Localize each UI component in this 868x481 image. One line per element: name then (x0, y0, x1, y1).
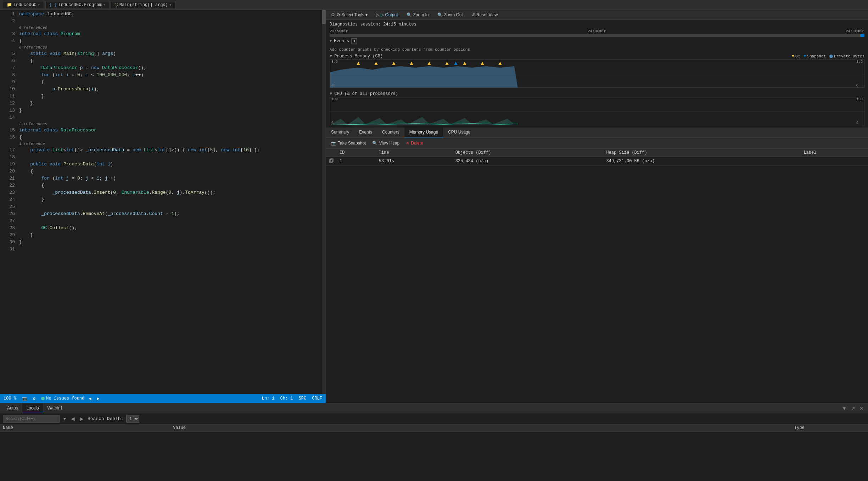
tab-cpu-usage[interactable]: CPU Usage (443, 128, 475, 137)
svg-rect-14 (330, 159, 333, 162)
project-tab[interactable]: 📁 InducedGC ▾ (3, 1, 44, 9)
code-line: internal class Program (18, 30, 321, 38)
method-tab[interactable]: ⬡ Main(string[] args) ▾ (111, 1, 175, 9)
line-number: 16 (0, 134, 15, 141)
code-container[interactable]: 123▾45▾678▾9101112131415▾16171819▾2021▾2… (0, 10, 326, 394)
snapshot-legend-icon: ▼ (803, 54, 806, 59)
events-header: ▼ Events ⏸ (330, 38, 864, 44)
settings-icon[interactable]: ⚙ (33, 396, 35, 401)
tab-counters[interactable]: Counters (377, 128, 404, 137)
private-bytes-legend-item: Private Bytes (829, 54, 864, 59)
popout-button[interactable]: ↗ (850, 406, 857, 411)
process-memory-triangle-icon: ▼ (330, 54, 332, 59)
memory-y-max-left: 8.6 (331, 60, 338, 64)
search-depth-select[interactable]: 123 (126, 415, 139, 423)
code-line: private List<int[]> _processedData = new… (18, 147, 321, 154)
code-line: public void ProcessData(int i) (18, 161, 321, 168)
nav-next-icon[interactable]: ▶ (97, 396, 100, 401)
no-issues-text: No issues found (46, 396, 84, 401)
nav-back-button[interactable]: ◀ (70, 416, 76, 421)
snapshot-row[interactable]: 153.01s325,484 (n/a)349,731.00 KB (n/a) (326, 157, 868, 166)
crlf-indicator: CRLF (312, 396, 322, 401)
snapshot-table[interactable]: IDTimeObjects (Diff)Heap Size (Diff)Labe… (326, 149, 868, 403)
search-options-button[interactable]: ▾ (62, 416, 67, 421)
code-line: { (18, 168, 321, 175)
line-number: 8▾ (0, 72, 15, 79)
bottom-panel: AutosLocalsWatch 1▼↗✕ ▾ ◀ ▶ Search Depth… (0, 403, 868, 481)
heap-icon: 🔍 (372, 141, 377, 146)
line-number: 6 (0, 57, 15, 64)
code-line (18, 18, 321, 25)
line-number: 14 (0, 114, 15, 121)
timeline-container[interactable]: 23:50min 24:00min 24:10min (326, 28, 868, 37)
timeline-thumb[interactable] (860, 34, 864, 37)
file-arrow: ▾ (103, 3, 105, 7)
nav-forward-button[interactable]: ▶ (79, 416, 85, 421)
svg-marker-2 (357, 62, 360, 65)
code-line: static void Main(string[] args) (18, 50, 321, 57)
bottom-tab-locals[interactable]: Locals (22, 403, 43, 413)
line-number: 4 (0, 38, 15, 45)
line-number (0, 25, 15, 30)
cpu-triangle-icon: ▼ (330, 91, 332, 96)
minimize-button[interactable]: ▼ (840, 406, 848, 411)
nav-prev-icon[interactable]: ◀ (89, 396, 91, 401)
cpu-chart[interactable]: 100 0 100 0 (330, 97, 864, 125)
reference-note: 0 references (19, 45, 47, 50)
code-line: _processedData.RemoveAt(_processedData.C… (18, 210, 321, 217)
title-bar: 📁 InducedGC ▾ { } InducedGC.Program ▾ ⬡ … (0, 0, 868, 10)
editor-scrollbar[interactable] (321, 10, 326, 394)
line-number: 24 (0, 196, 15, 203)
locals-header: NameValueType (0, 424, 868, 432)
tab-summary[interactable]: Summary (326, 128, 354, 137)
tab-memory-usage[interactable]: Memory Usage (404, 128, 443, 137)
svg-marker-9 (481, 62, 484, 65)
events-section: ▼ Events ⏸ (326, 37, 868, 47)
chart-legend: ▼ GC ▼ Snapshot Private Bytes (792, 54, 864, 59)
code-line: } (18, 232, 321, 239)
output-button[interactable]: ▷ ▷ Output (374, 12, 400, 18)
diag-tabs: SummaryEventsCountersMemory UsageCPU Usa… (326, 128, 868, 138)
snapshots-grid: IDTimeObjects (Diff)Heap Size (Diff)Labe… (326, 149, 868, 166)
no-issues: No issues found (41, 396, 84, 401)
close-button[interactable]: ✕ (858, 406, 865, 411)
code-line (18, 246, 321, 253)
view-heap-button[interactable]: 🔍 View Heap (371, 140, 401, 146)
code-line: { (18, 134, 321, 141)
bottom-tab-watch1[interactable]: Watch 1 (43, 403, 67, 413)
snapshot-cell-0: 1 (337, 157, 376, 166)
reset-view-button[interactable]: ↺ Reset View (469, 12, 500, 18)
select-tools-button[interactable]: ⚙ ⚙ Select Tools ▾ (329, 12, 370, 18)
project-name: InducedGC (13, 2, 37, 7)
locals-table[interactable] (0, 432, 868, 481)
timeline-bar[interactable] (330, 34, 864, 37)
file-tab[interactable]: { } InducedGC.Program ▾ (45, 1, 109, 9)
take-snapshot-button[interactable]: 📷 Take Snapshot (330, 140, 367, 146)
line-number (0, 45, 15, 50)
line-number: 13 (0, 107, 15, 114)
code-lines[interactable]: namespace InducedGC;0 referencesinternal… (18, 10, 321, 394)
svg-marker-6 (427, 62, 431, 65)
tab-events[interactable]: Events (354, 128, 377, 137)
cpu-title-row: ▼ CPU (% of all processors) (330, 91, 864, 96)
copy-icon[interactable] (326, 157, 337, 166)
code-line: for (int j = 0; j < i; j++) (18, 175, 321, 182)
gc-legend-item: ▼ GC (792, 54, 800, 59)
cpu-y-labels-left: 100 0 (331, 97, 338, 125)
delete-snapshot-button[interactable]: ✕ Delete (404, 140, 425, 146)
process-memory-chart[interactable]: 8.6 0 8.6 0 (330, 60, 864, 88)
svg-marker-3 (374, 62, 378, 65)
snapshot-legend-label: Snapshot (807, 54, 826, 58)
reset-icon: ↺ (471, 12, 475, 17)
code-line: p.ProcessData(i); (18, 86, 321, 93)
pause-button[interactable]: ⏸ (351, 38, 357, 44)
zoom-in-button[interactable]: 🔍 Zoom In (404, 12, 431, 18)
snapshot-header-row: IDTimeObjects (Diff)Heap Size (Diff)Labe… (326, 149, 868, 157)
search-input[interactable] (3, 415, 60, 423)
zoom-out-button[interactable]: 🔍 Zoom Out (435, 12, 465, 18)
cpu-y-max: 100 (856, 97, 863, 101)
bottom-tab-autos[interactable]: Autos (3, 403, 22, 413)
line-number: 26 (0, 210, 15, 217)
camera-icon[interactable]: 📷 (22, 396, 27, 401)
snapshot-cell-2: 325,484 (n/a) (453, 157, 604, 166)
